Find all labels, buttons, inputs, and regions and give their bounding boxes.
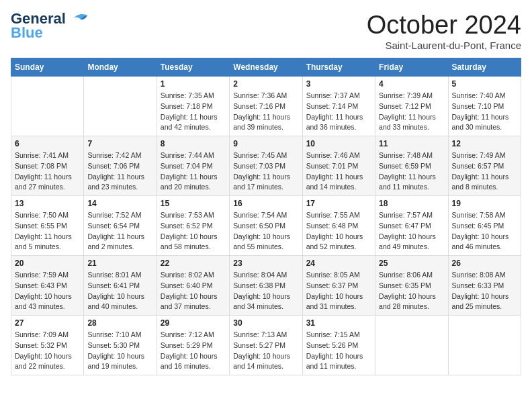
day-number: 13 <box>15 199 80 208</box>
day-info: Sunrise: 7:46 AMSunset: 7:01 PMDaylight:… <box>306 150 371 193</box>
col-header-monday: Monday <box>84 58 157 77</box>
day-info: Sunrise: 8:01 AMSunset: 6:41 PMDaylight:… <box>87 270 152 312</box>
day-number: 4 <box>379 79 444 89</box>
day-info: Sunrise: 7:59 AMSunset: 6:43 PMDaylight:… <box>15 270 80 312</box>
day-info: Sunrise: 8:02 AMSunset: 6:40 PMDaylight:… <box>161 270 226 312</box>
day-info: Sunrise: 7:09 AMSunset: 5:32 PMDaylight:… <box>15 330 80 372</box>
day-info: Sunrise: 7:35 AMSunset: 7:18 PMDaylight:… <box>161 91 226 133</box>
col-header-tuesday: Tuesday <box>157 58 229 77</box>
title-block: October 2024 Saint-Laurent-du-Pont, Fran… <box>367 11 521 51</box>
calendar-cell: 21Sunrise: 8:01 AMSunset: 6:41 PMDayligh… <box>84 256 157 316</box>
day-number: 26 <box>452 259 517 268</box>
day-number: 9 <box>233 139 298 148</box>
day-info: Sunrise: 8:08 AMSunset: 6:33 PMDaylight:… <box>452 270 517 312</box>
day-number: 20 <box>15 259 80 268</box>
calendar-cell <box>84 77 157 136</box>
day-number: 30 <box>233 318 298 328</box>
calendar-cell: 3Sunrise: 7:37 AMSunset: 7:14 PMDaylight… <box>302 77 375 136</box>
calendar-cell: 26Sunrise: 8:08 AMSunset: 6:33 PMDayligh… <box>448 256 521 316</box>
calendar-cell: 4Sunrise: 7:39 AMSunset: 7:12 PMDaylight… <box>375 77 448 136</box>
day-number: 25 <box>379 259 444 268</box>
calendar-cell: 24Sunrise: 8:05 AMSunset: 6:37 PMDayligh… <box>302 256 375 316</box>
calendar-cell: 30Sunrise: 7:13 AMSunset: 5:27 PMDayligh… <box>230 316 302 375</box>
calendar-header-row: SundayMondayTuesdayWednesdayThursdayFrid… <box>11 58 521 77</box>
logo-bird-icon <box>69 11 89 26</box>
calendar-week-5: 27Sunrise: 7:09 AMSunset: 5:32 PMDayligh… <box>11 316 521 375</box>
calendar-week-4: 20Sunrise: 7:59 AMSunset: 6:43 PMDayligh… <box>11 256 521 316</box>
day-number: 1 <box>161 79 226 89</box>
day-info: Sunrise: 7:10 AMSunset: 5:30 PMDaylight:… <box>87 330 152 372</box>
calendar-cell: 2Sunrise: 7:36 AMSunset: 7:16 PMDaylight… <box>230 77 302 136</box>
day-number: 2 <box>233 79 298 89</box>
page-header: General Blue October 2024 Saint-Laurent-… <box>11 11 521 51</box>
day-number: 14 <box>87 199 152 208</box>
day-number: 27 <box>15 318 80 328</box>
calendar-cell: 1Sunrise: 7:35 AMSunset: 7:18 PMDaylight… <box>157 77 229 136</box>
calendar-cell: 23Sunrise: 8:04 AMSunset: 6:38 PMDayligh… <box>230 256 302 316</box>
day-info: Sunrise: 8:06 AMSunset: 6:35 PMDaylight:… <box>379 270 444 312</box>
calendar-week-2: 6Sunrise: 7:41 AMSunset: 7:08 PMDaylight… <box>11 136 521 196</box>
day-number: 29 <box>161 318 226 328</box>
day-number: 8 <box>161 139 226 148</box>
calendar-cell <box>375 316 448 375</box>
day-number: 28 <box>87 318 152 328</box>
col-header-wednesday: Wednesday <box>230 58 302 77</box>
calendar-cell: 25Sunrise: 8:06 AMSunset: 6:35 PMDayligh… <box>375 256 448 316</box>
day-info: Sunrise: 7:54 AMSunset: 6:50 PMDaylight:… <box>233 210 298 253</box>
calendar-cell: 31Sunrise: 7:15 AMSunset: 5:26 PMDayligh… <box>302 316 375 375</box>
calendar-cell: 16Sunrise: 7:54 AMSunset: 6:50 PMDayligh… <box>230 196 302 256</box>
day-info: Sunrise: 7:42 AMSunset: 7:06 PMDaylight:… <box>87 150 152 193</box>
calendar-cell: 28Sunrise: 7:10 AMSunset: 5:30 PMDayligh… <box>84 316 157 375</box>
day-info: Sunrise: 7:12 AMSunset: 5:29 PMDaylight:… <box>161 330 226 372</box>
calendar-cell <box>11 77 84 136</box>
calendar-cell: 20Sunrise: 7:59 AMSunset: 6:43 PMDayligh… <box>11 256 84 316</box>
day-number: 24 <box>306 259 371 268</box>
day-info: Sunrise: 8:05 AMSunset: 6:37 PMDaylight:… <box>306 270 371 312</box>
day-info: Sunrise: 7:45 AMSunset: 7:03 PMDaylight:… <box>233 150 298 193</box>
day-info: Sunrise: 7:55 AMSunset: 6:48 PMDaylight:… <box>306 210 371 253</box>
day-number: 18 <box>379 199 444 208</box>
day-number: 17 <box>306 199 371 208</box>
day-number: 22 <box>161 259 226 268</box>
day-number: 10 <box>306 139 371 148</box>
calendar-week-3: 13Sunrise: 7:50 AMSunset: 6:55 PMDayligh… <box>11 196 521 256</box>
day-info: Sunrise: 7:44 AMSunset: 7:04 PMDaylight:… <box>161 150 226 193</box>
day-number: 23 <box>233 259 298 268</box>
day-number: 21 <box>87 259 152 268</box>
day-info: Sunrise: 7:13 AMSunset: 5:27 PMDaylight:… <box>233 330 298 372</box>
day-info: Sunrise: 7:41 AMSunset: 7:08 PMDaylight:… <box>15 150 80 193</box>
month-title: October 2024 <box>367 11 521 40</box>
calendar-cell: 14Sunrise: 7:52 AMSunset: 6:54 PMDayligh… <box>84 196 157 256</box>
calendar-cell: 5Sunrise: 7:40 AMSunset: 7:10 PMDaylight… <box>448 77 521 136</box>
calendar-cell: 11Sunrise: 7:48 AMSunset: 6:59 PMDayligh… <box>375 136 448 196</box>
day-number: 11 <box>379 139 444 148</box>
day-info: Sunrise: 7:37 AMSunset: 7:14 PMDaylight:… <box>306 91 371 133</box>
day-info: Sunrise: 7:40 AMSunset: 7:10 PMDaylight:… <box>452 91 517 133</box>
col-header-saturday: Saturday <box>448 58 521 77</box>
day-number: 5 <box>452 79 517 89</box>
day-info: Sunrise: 7:58 AMSunset: 6:45 PMDaylight:… <box>452 210 517 253</box>
col-header-friday: Friday <box>375 58 448 77</box>
day-info: Sunrise: 7:15 AMSunset: 5:26 PMDaylight:… <box>306 330 371 372</box>
calendar-table: SundayMondayTuesdayWednesdayThursdayFrid… <box>11 58 521 375</box>
day-number: 12 <box>452 139 517 148</box>
day-info: Sunrise: 7:49 AMSunset: 6:57 PMDaylight:… <box>452 150 517 193</box>
day-number: 19 <box>452 199 517 208</box>
calendar-cell: 6Sunrise: 7:41 AMSunset: 7:08 PMDaylight… <box>11 136 84 196</box>
calendar-cell: 15Sunrise: 7:53 AMSunset: 6:52 PMDayligh… <box>157 196 229 256</box>
day-info: Sunrise: 7:36 AMSunset: 7:16 PMDaylight:… <box>233 91 298 133</box>
calendar-week-1: 1Sunrise: 7:35 AMSunset: 7:18 PMDaylight… <box>11 77 521 136</box>
calendar-cell: 18Sunrise: 7:57 AMSunset: 6:47 PMDayligh… <box>375 196 448 256</box>
calendar-cell: 10Sunrise: 7:46 AMSunset: 7:01 PMDayligh… <box>302 136 375 196</box>
day-info: Sunrise: 7:57 AMSunset: 6:47 PMDaylight:… <box>379 210 444 253</box>
day-number: 16 <box>233 199 298 208</box>
day-info: Sunrise: 7:48 AMSunset: 6:59 PMDaylight:… <box>379 150 444 193</box>
calendar-cell: 8Sunrise: 7:44 AMSunset: 7:04 PMDaylight… <box>157 136 229 196</box>
day-info: Sunrise: 7:53 AMSunset: 6:52 PMDaylight:… <box>161 210 226 253</box>
logo-blue-text: Blue <box>11 24 43 42</box>
calendar-cell <box>448 316 521 375</box>
calendar-cell: 22Sunrise: 8:02 AMSunset: 6:40 PMDayligh… <box>157 256 229 316</box>
location-subtitle: Saint-Laurent-du-Pont, France <box>367 40 521 51</box>
logo: General Blue <box>11 11 89 42</box>
calendar-cell: 12Sunrise: 7:49 AMSunset: 6:57 PMDayligh… <box>448 136 521 196</box>
